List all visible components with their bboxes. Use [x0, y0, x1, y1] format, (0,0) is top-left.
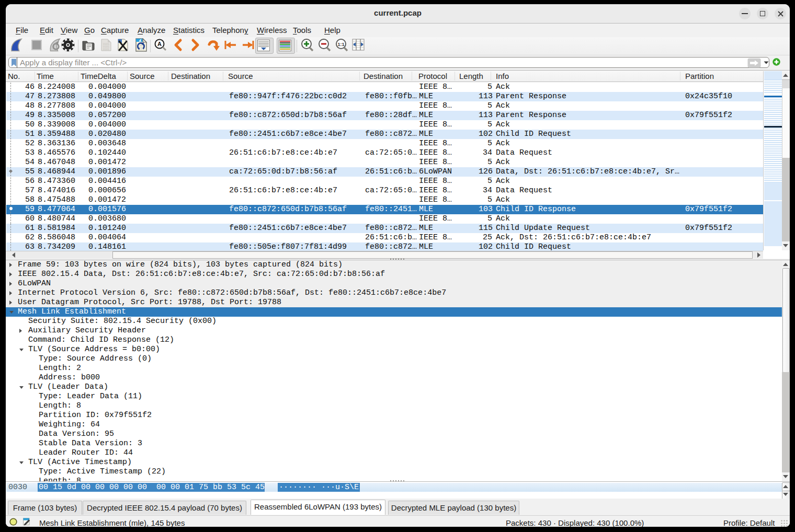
svg-text:A: A: [157, 41, 162, 47]
svg-text:0101: 0101: [103, 48, 109, 51]
svg-text:1:1: 1:1: [337, 42, 344, 47]
